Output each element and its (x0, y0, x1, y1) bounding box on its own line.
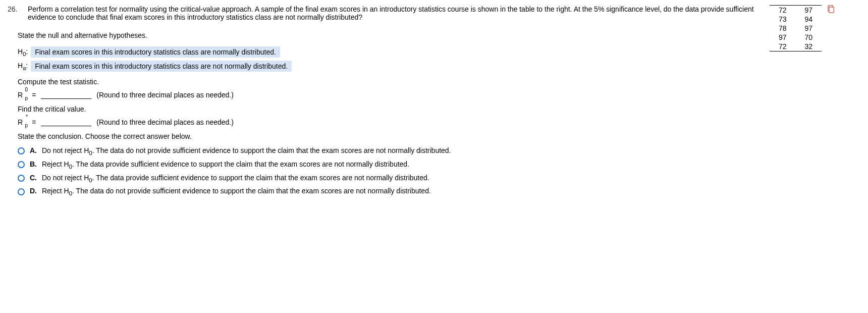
choice-d[interactable]: D. Reject H0. The data do not provide su… (18, 187, 754, 196)
test-stat-input[interactable] (41, 91, 91, 99)
hypotheses-heading: State the null and alternative hypothese… (18, 31, 754, 39)
choice-c-text: C. Do not reject H0. The data provide su… (30, 174, 429, 183)
conclusion-heading: State the conclusion. Choose the correct… (18, 132, 754, 140)
radio-c[interactable] (18, 175, 25, 182)
copy-icon[interactable] (827, 5, 835, 13)
side-panel: 7297 7394 7897 9770 7232 (770, 5, 860, 200)
h0-text[interactable]: Final exam scores in this introductory s… (31, 46, 280, 58)
equals: = (32, 118, 36, 126)
test-stat-heading: Compute the test statistic. (18, 78, 754, 86)
radio-b[interactable] (18, 161, 25, 168)
table-row: 7232 (770, 42, 822, 51)
hypotheses-section: State the null and alternative hypothese… (18, 31, 754, 72)
question-number: 26. (8, 5, 23, 21)
critical-input[interactable] (41, 118, 91, 126)
radio-d[interactable] (18, 188, 25, 195)
h0-symbol: H0: (18, 47, 28, 57)
radio-a[interactable] (18, 147, 25, 154)
data-table: 7297 7394 7897 9770 7232 (770, 5, 822, 51)
choice-a-text: A. Do not reject H0. The data do not pro… (30, 146, 451, 156)
rpstar-symbol: R * p (18, 118, 25, 126)
choices: A. Do not reject H0. The data do not pro… (18, 146, 754, 196)
question-row: 26. Perform a correlation test for norma… (8, 5, 754, 21)
ha-text[interactable]: Final exam scores in this introductory s… (31, 61, 292, 72)
table-row: 7297 (770, 6, 822, 15)
test-stat-hint: (Round to three decimal places as needed… (96, 91, 234, 99)
ha-symbol: Ha: (18, 62, 28, 71)
svg-rect-1 (829, 7, 834, 13)
choice-b[interactable]: B. Reject H0. The data provide sufficien… (18, 160, 754, 170)
choice-b-text: B. Reject H0. The data provide sufficien… (30, 160, 409, 170)
test-statistic-section: Compute the test statistic. R 0 p = (Rou… (18, 78, 754, 99)
critical-heading: Find the critical value. (18, 105, 754, 113)
critical-equation: R * p = (Round to three decimal places a… (18, 118, 754, 126)
conclusion-section: State the conclusion. Choose the correct… (18, 132, 754, 140)
table-row: 7897 (770, 24, 822, 33)
table-row: 7394 (770, 15, 822, 24)
critical-value-section: Find the critical value. R * p = (Round … (18, 105, 754, 126)
choice-d-text: D. Reject H0. The data do not provide su… (30, 187, 431, 196)
critical-hint: (Round to three decimal places as needed… (96, 118, 234, 126)
choice-c[interactable]: C. Do not reject H0. The data provide su… (18, 174, 754, 183)
equals: = (32, 91, 36, 99)
choice-a[interactable]: A. Do not reject H0. The data do not pro… (18, 146, 754, 156)
rp0-symbol: R 0 p (18, 91, 25, 99)
test-stat-equation: R 0 p = (Round to three decimal places a… (18, 91, 754, 99)
main-content: 26. Perform a correlation test for norma… (8, 5, 754, 200)
question-text: Perform a correlation test for normality… (28, 5, 754, 21)
ha-row: Ha: Final exam scores in this introducto… (18, 61, 754, 72)
table-row: 9770 (770, 33, 822, 42)
h0-row: H0: Final exam scores in this introducto… (18, 46, 754, 58)
